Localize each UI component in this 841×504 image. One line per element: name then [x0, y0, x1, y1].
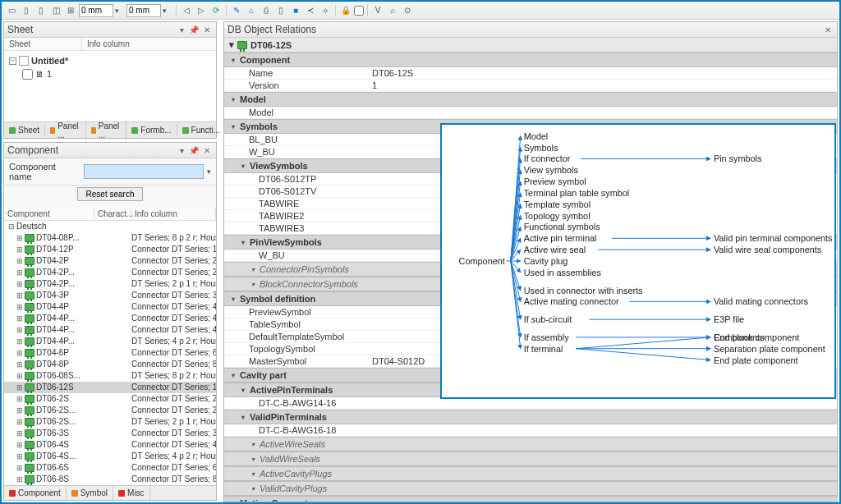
db-section[interactable]: ▾Model	[224, 92, 837, 107]
component-panel-title: Component	[7, 144, 58, 156]
svg-text:Template symbol: Template symbol	[524, 199, 591, 209]
component-tab[interactable]: Symbol	[67, 486, 113, 500]
component-row[interactable]: ⊞DT06-2S...Connector DT Series; 2 po...	[4, 405, 216, 416]
doc-icon[interactable]: ▯	[274, 4, 287, 17]
svg-text:Model: Model	[524, 131, 549, 141]
component-folder[interactable]: ⊟Deutsch	[4, 221, 216, 232]
print-icon[interactable]: ⎙	[260, 4, 273, 17]
reset-search-button[interactable]: Reset search	[77, 187, 144, 201]
db-section[interactable]: ▾ValidWireSeals	[224, 451, 837, 466]
db-item[interactable]: Model	[224, 107, 837, 119]
component-row[interactable]: ⊞DT06-2SConnector DT Series; 2 po...	[4, 393, 216, 405]
component-row[interactable]: ⊞DT04-2PConnector DT Series; 2 po...	[4, 255, 216, 267]
sheet-root[interactable]: − Untitled*	[9, 54, 211, 67]
component-icon	[25, 429, 34, 438]
svg-text:Active mating connector: Active mating connector	[524, 296, 619, 306]
v-icon[interactable]: V	[371, 4, 384, 17]
page-checkbox[interactable]	[22, 69, 33, 80]
db-root[interactable]: ▾DT06-12S	[224, 38, 837, 53]
share-icon[interactable]: ≺	[304, 4, 317, 17]
component-row[interactable]: ⊞DT04-4PConnector DT Series; 4 po...	[4, 301, 216, 313]
component-icon	[25, 383, 34, 392]
component-row[interactable]: ⊞DT06-4SConnector DT Series; 4 po...	[4, 439, 216, 451]
component-row[interactable]: ⊞DT04-2P...Connector DT Series; 2 po...	[4, 267, 216, 278]
offset-y-input[interactable]	[126, 4, 161, 17]
component-row[interactable]: ⊞DT04-2P...DT Series; 2 p 1 r; Housing..…	[4, 278, 216, 290]
tool-icon[interactable]: ▭	[5, 4, 18, 17]
component-icon	[25, 406, 34, 415]
component-row[interactable]: ⊞DT04-08P...DT Series; 8 p 2 r; Housing.…	[4, 232, 216, 244]
component-row[interactable]: ⊞DT06-8SConnector DT Series; 8 po...	[4, 474, 216, 485]
pen-icon[interactable]: ✎	[230, 4, 243, 17]
component-row[interactable]: ⊞DT06-2S...DT Series; 2 p 1 r; Housing..…	[4, 416, 216, 428]
document-icon	[19, 56, 29, 66]
component-row[interactable]: ⊞DT04-4P...DT Series; 4 p 2 r; Housing..…	[4, 336, 216, 347]
component-row[interactable]: ⊞DT04-3PConnector DT Series; 3 po...	[4, 290, 216, 301]
step-back-icon[interactable]: ◁	[180, 4, 193, 17]
close-icon[interactable]: ✕	[822, 25, 834, 34]
close-icon[interactable]: ✕	[201, 25, 213, 34]
component-icon	[25, 314, 34, 323]
component-row[interactable]: ⊞DT06-6SConnector DT Series; 6 po...	[4, 462, 216, 474]
db-item[interactable]: DT-C-B-AWG14-16	[224, 397, 837, 410]
sheet-tab[interactable]: Formb...	[126, 124, 177, 136]
component-row[interactable]: ⊞DT06-3SConnector DT Series; 3 po...	[4, 428, 216, 439]
component-icon	[25, 475, 34, 483]
toolbar-checkbox[interactable]	[354, 6, 364, 16]
home-icon[interactable]: ⌂	[245, 4, 258, 17]
db-panel-title: DB Object Relations	[227, 24, 316, 35]
component-row[interactable]: ⊞DT06-4S...DT Series; 4 p 2 r; Housing..…	[4, 451, 216, 462]
component-row[interactable]: ⊞DT04-4P...Connector DT Series; 4 po...	[4, 313, 216, 324]
component-tabstrip: ComponentSymbolMisc	[4, 485, 216, 500]
component-tab[interactable]: Misc	[113, 486, 150, 500]
db-item[interactable]: DT-C-B-AWG16-18	[224, 424, 837, 437]
component-tab[interactable]: Component	[4, 486, 67, 500]
sheet-tab[interactable]: Panel ...	[86, 120, 127, 141]
relation-diagram: ComponentModelSymbolsIf connectorView sy…	[440, 123, 836, 399]
refresh-icon[interactable]: ⟳	[209, 4, 223, 17]
link-icon[interactable]: ⟡	[319, 4, 332, 17]
sheet-page[interactable]: 🗎 1	[9, 67, 211, 80]
tool-icon[interactable]: ▯	[20, 4, 33, 17]
step-fwd-icon[interactable]: ▷	[195, 4, 208, 17]
component-row[interactable]: ⊞DT06-12SConnector DT Series; 12 p...	[4, 382, 216, 393]
svg-text:Functional symbols: Functional symbols	[524, 222, 601, 231]
component-icon	[25, 303, 34, 311]
target-icon[interactable]: ⊙	[401, 4, 414, 17]
pin-icon[interactable]: ▾	[177, 25, 186, 34]
db-section[interactable]: ▾ValidCavityPlugs	[224, 481, 837, 496]
db-section[interactable]: ▾ActiveCavityPlugs	[224, 466, 837, 481]
lock-icon[interactable]: 🔒	[339, 4, 352, 17]
close-icon[interactable]: ✕	[201, 146, 213, 155]
pin-icon[interactable]: 📌	[186, 146, 201, 155]
tool-icon[interactable]: ▯	[34, 4, 48, 17]
db-section[interactable]: ▾Mating Connectors	[224, 496, 837, 502]
sheet-tab[interactable]: Panel ...	[45, 120, 86, 141]
component-icon	[25, 441, 34, 449]
db-section[interactable]: ▾ActiveWireSeals	[224, 437, 837, 451]
svg-text:If sub-circuit: If sub-circuit	[524, 314, 572, 324]
component-search-input[interactable]	[84, 164, 204, 179]
pin-icon[interactable]: ▾	[177, 146, 186, 155]
component-row[interactable]: ⊞DT04-4P...Connector DT Series; 4 po...	[4, 324, 216, 336]
svg-text:Component: Component	[459, 256, 505, 266]
component-row[interactable]: ⊞DT04-6PConnector DT Series; 6 po...	[4, 347, 216, 359]
component-row[interactable]: ⊞DT04-8PConnector DT Series; 8 po...	[4, 359, 216, 370]
offset-x-input[interactable]	[79, 4, 113, 17]
tool-icon[interactable]: ◫	[49, 4, 62, 17]
component-panel: Component ▾ 📌 ✕ Component name ▾ Reset s…	[3, 142, 217, 501]
component-icon	[237, 41, 247, 49]
component-row[interactable]: ⊞DT06-08S...DT Series; 8 p 2 r; Housing.…	[4, 370, 216, 382]
db-section[interactable]: ▾Component	[224, 53, 837, 67]
pin-icon[interactable]: 📌	[186, 25, 201, 34]
collapse-icon[interactable]: −	[9, 57, 16, 65]
sheet-tab[interactable]: Sheet	[4, 124, 45, 136]
component-row[interactable]: ⊞DT04-12PConnector DT Series; 12 p...	[4, 244, 216, 255]
save-icon[interactable]: ■	[289, 4, 302, 17]
sheet-panel-title: Sheet	[7, 24, 33, 35]
col-header: Info column	[131, 208, 216, 220]
search-icon[interactable]: ⌕	[386, 4, 399, 17]
tool-icon[interactable]: ⊞	[64, 4, 77, 17]
svg-text:E3P file: E3P file	[714, 314, 744, 324]
db-section[interactable]: ▾ValidPinTerminals	[224, 410, 837, 424]
